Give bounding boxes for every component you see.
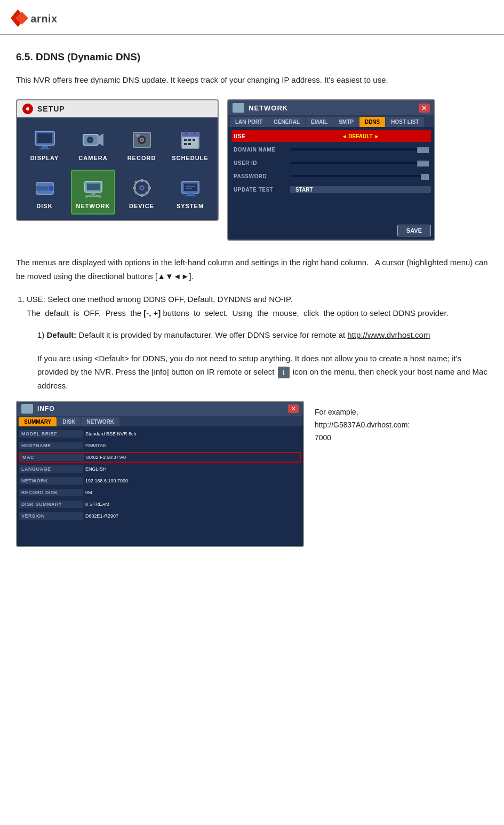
svg-rect-17	[135, 134, 140, 137]
info-value-recorddisk: 0M	[83, 489, 301, 496]
device-icon	[129, 175, 155, 201]
network-label-updatetest: UPDATE TEST	[231, 186, 290, 194]
svg-rect-53	[184, 184, 197, 191]
system-label: SYSTEM	[177, 203, 204, 209]
info-label-recorddisk: RECORD DISK	[19, 489, 83, 496]
info-label-mac: MAC	[20, 454, 84, 461]
info-close-button[interactable]: ✕	[288, 404, 299, 413]
info-screenshot: INFO ✕ SUMMARY DISK NETWORK MODEL BRIEF …	[16, 401, 304, 547]
network-label-password: PASSWORD	[231, 172, 290, 180]
info-tab-disk[interactable]: DISK	[57, 417, 81, 426]
list-item-1: USE: Select one method among DDNS OFF, D…	[27, 292, 488, 320]
indent-paragraph: If you are using <Default> for DDNS, you…	[37, 352, 488, 393]
network-header-icon-img	[233, 103, 244, 113]
info-row-language: LANGUAGE ENGLISH	[19, 464, 301, 474]
svg-rect-22	[184, 139, 187, 141]
default-url: http://www.dvrhost.com	[347, 330, 430, 339]
for-example-label: For example,	[315, 406, 410, 419]
svg-point-30	[50, 187, 52, 189]
svg-rect-54	[187, 193, 194, 195]
network-icon	[81, 175, 106, 201]
record-label: RECORD	[127, 155, 156, 161]
svg-rect-6	[37, 133, 52, 143]
svg-point-16	[141, 139, 142, 141]
section-title: 6.5. DDNS (Dynamic DNS)	[16, 51, 488, 63]
svg-text:i: i	[283, 369, 285, 377]
network-tab-hostlist[interactable]: HOST LIST	[386, 117, 424, 127]
svg-rect-23	[188, 139, 191, 141]
network-value-updatetest: START	[290, 186, 431, 193]
info-row-mac: MAC 00:02:F1:58:37:A0	[19, 452, 301, 463]
schedule-icon	[178, 127, 203, 153]
info-label-hostname: HOSTNAME	[19, 442, 83, 449]
save-button[interactable]: SAVE	[397, 225, 431, 236]
info-label-network: NETWORK	[19, 477, 83, 485]
info-body: MODEL BRIEF Standard BSE NVR 8ch HOSTNAM…	[17, 426, 303, 546]
setup-item-system[interactable]: SYSTEM	[168, 170, 212, 215]
network-body: USE ◄ DEFAULT ► DOMAIN NAME ▓▓▓ USER ID …	[228, 127, 434, 221]
network-tab-smtp[interactable]: SMTP	[333, 117, 359, 127]
network-value-domainname	[290, 148, 417, 150]
network-row-password: PASSWORD ▓▓	[231, 170, 431, 182]
setup-item-disk[interactable]: DISK	[22, 170, 67, 215]
list-item-1-title: USE: Select one method among DDNS OFF, D…	[27, 295, 292, 304]
setup-item-record[interactable]: RECORD	[119, 123, 164, 165]
setup-title-label: SETUP	[37, 105, 65, 113]
info-value-network: 192.168.6.100:7000	[83, 477, 301, 485]
svg-rect-24	[193, 139, 195, 141]
info-value-mac: 00:02:F1:58:37:A0	[84, 454, 300, 461]
svg-point-43	[141, 187, 143, 189]
network-tab-email[interactable]: EMAIL	[306, 117, 333, 127]
setup-item-schedule[interactable]: SCHEDULE	[168, 123, 212, 165]
setup-item-camera[interactable]: CAMERA	[71, 123, 115, 165]
for-example-url-text: http://G5837A0.dvrhost.com:	[315, 421, 410, 429]
page-header: arnix	[0, 0, 504, 35]
network-row-use: USE ◄ DEFAULT ►	[231, 130, 431, 142]
system-icon	[178, 175, 203, 201]
setup-item-network[interactable]: NETWORK	[71, 170, 115, 215]
network-tab-lanport[interactable]: LAN PORT	[230, 117, 268, 127]
info-row-disksummary: DISK SUMMARY 0 STREAM	[19, 499, 301, 510]
network-title-label: NETWORK	[249, 104, 288, 112]
main-content: 6.5. DDNS (Dynamic DNS) This NVR offers …	[0, 35, 504, 563]
svg-point-4	[26, 107, 29, 110]
arnix-logo-svg: arnix	[11, 6, 59, 30]
info-value-model: Standard BSE NVR 8ch	[83, 430, 301, 438]
svg-rect-46	[133, 187, 136, 189]
network-row-userid: USER ID ▓▓▓	[231, 157, 431, 169]
network-footer: SAVE	[228, 221, 434, 240]
network-label-use: USE	[231, 132, 290, 140]
disk-label: DISK	[36, 203, 52, 209]
network-label-userid: USER ID	[231, 159, 290, 167]
info-header-icon-img	[21, 404, 33, 414]
info-tabs: SUMMARY DISK NETWORK	[17, 416, 303, 426]
info-tab-network[interactable]: NETWORK	[81, 417, 119, 426]
svg-rect-25	[184, 143, 187, 145]
info-row-hostname: HOSTNAME G5837A0	[19, 440, 301, 451]
network-value-userid	[290, 162, 417, 164]
for-example-block: For example, http://G5837A0.dvrhost.com:…	[315, 401, 410, 444]
svg-rect-55	[185, 195, 196, 196]
setup-grid: DISPLAY CAMERA	[17, 117, 218, 220]
info-value-disksummary: 0 STREAM	[83, 501, 301, 508]
default-section: 1) Default: Default it is provided by ma…	[37, 328, 488, 342]
network-screenshot: NETWORK ✕ LAN PORT GENERAL EMAIL SMTP DD…	[227, 99, 435, 241]
setup-item-device[interactable]: DEVICE	[119, 170, 164, 215]
info-label-disksummary: DISK SUMMARY	[19, 501, 83, 508]
svg-marker-10	[98, 133, 103, 146]
info-header: INFO ✕	[17, 402, 303, 416]
logo: arnix	[11, 6, 59, 30]
info-value-hostname: G5837A0	[83, 442, 301, 449]
camera-icon	[81, 127, 106, 153]
device-label: DEVICE	[129, 203, 154, 209]
info-row: INFO ✕ SUMMARY DISK NETWORK MODEL BRIEF …	[16, 401, 488, 547]
svg-rect-44	[141, 179, 143, 182]
default-body: Default it is provided by manufacturer. …	[79, 330, 430, 339]
network-close-button[interactable]: ✕	[419, 104, 430, 113]
network-tab-general[interactable]: GENERAL	[268, 117, 305, 127]
network-label-domainname: DOMAIN NAME	[231, 146, 290, 154]
info-value-version: D802E1-R2907	[83, 512, 301, 520]
info-tab-summary[interactable]: SUMMARY	[19, 417, 57, 426]
setup-item-display[interactable]: DISPLAY	[22, 123, 67, 165]
network-tab-ddns[interactable]: DDNS	[359, 117, 385, 127]
